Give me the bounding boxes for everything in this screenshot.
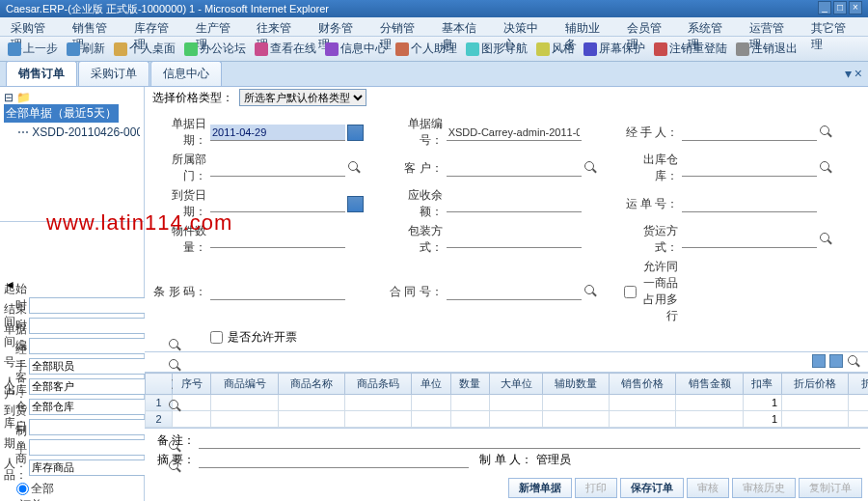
toolbar-button[interactable]: 个人助理	[392, 40, 461, 58]
toolbar-button[interactable]: 查看在线	[251, 40, 320, 58]
toolbar-button[interactable]: 办公论坛	[180, 40, 250, 58]
radio-all[interactable]	[16, 483, 29, 495]
status-radios: 全部订单： 未完成 已完成 待审核 终止 审核不通过订单	[4, 479, 140, 501]
footer-button[interactable]: 审核历史	[732, 478, 796, 498]
search-icon[interactable]	[819, 232, 834, 247]
grid-header[interactable]: 单位	[412, 374, 450, 395]
menu-item[interactable]: 财务管理	[312, 19, 371, 34]
multi-row-checkbox[interactable]	[624, 286, 637, 298]
tab-close-icon[interactable]: ×	[854, 66, 862, 81]
order-grid[interactable]: 序号商品编号商品名称商品条码单位数量大单位辅助数量销售价格销售金额扣率折后价格折…	[145, 372, 868, 428]
grid-header[interactable]: 大单位	[490, 374, 543, 395]
toolbar-icon	[8, 42, 21, 56]
tabstrip-controls: ▾ ×	[845, 66, 862, 81]
menu-item[interactable]: 运营管理	[743, 19, 802, 34]
footer-button[interactable]: 审核	[687, 478, 729, 498]
grid-header[interactable]: 商品编号	[211, 374, 278, 395]
toolbar-icon	[466, 42, 479, 56]
contract-input[interactable]	[447, 284, 582, 300]
toolbar-button[interactable]: 刷新	[63, 40, 109, 58]
tab-dropdown-icon[interactable]: ▾	[845, 66, 852, 81]
arrive-date-input[interactable]	[210, 196, 345, 212]
minimize-button[interactable]: _	[818, 1, 831, 14]
toolbar-button[interactable]: 注销重登陆	[650, 40, 731, 58]
tab[interactable]: 销售订单	[6, 61, 77, 86]
tab[interactable]: 信息中心	[150, 61, 222, 86]
search-icon[interactable]	[819, 160, 834, 176]
menu-item[interactable]: 基本信息	[435, 19, 495, 34]
remark-input[interactable]	[199, 432, 860, 449]
toolbar-icon	[736, 42, 749, 56]
toolbar-button[interactable]: 注销退出	[732, 40, 801, 58]
search-icon[interactable]	[819, 125, 834, 140]
tab[interactable]: 采购订单	[78, 61, 149, 86]
menu-item[interactable]: 库存管理	[127, 19, 187, 34]
footer-button[interactable]: 复制订单	[799, 478, 862, 498]
grid-header[interactable]: 销售金额	[676, 374, 743, 395]
grid-header[interactable]: 折后价格	[782, 374, 849, 395]
barcode-input[interactable]	[210, 284, 345, 300]
toolbar-button[interactable]: 信息中心	[321, 40, 391, 58]
menu-item[interactable]: 系统管理	[681, 19, 741, 34]
menu-item[interactable]: 会员管理	[620, 19, 680, 34]
menu-item[interactable]: 决策中心	[497, 19, 556, 34]
grid-header[interactable]: 扣率	[743, 374, 781, 395]
grid-header[interactable]: 辅助数量	[543, 374, 610, 395]
footer-buttons: 新增单据打印保存订单审核审核历史复制订单	[145, 475, 868, 501]
toolbar-button[interactable]: 个人桌面	[110, 40, 179, 58]
main-toolbar: 上一步刷新个人桌面办公论坛查看在线信息中心个人助理图形导航风格屏幕保护注销重登陆…	[0, 37, 868, 62]
summary-input[interactable]	[199, 452, 469, 468]
out-warehouse-input[interactable]	[682, 160, 817, 177]
grid-header[interactable]: 商品名称	[278, 374, 344, 395]
grid-header[interactable]: 折后金额	[849, 374, 868, 395]
qty-input[interactable]	[210, 232, 345, 248]
menu-item[interactable]: 其它管理	[804, 19, 864, 34]
tree-item[interactable]: ⋯ XSDD-20110426-0001 未完成	[4, 125, 140, 141]
toolbar-button[interactable]: 上一步	[4, 40, 62, 58]
close-button[interactable]: ×	[849, 1, 862, 14]
menu-item[interactable]: 往来管理	[250, 19, 310, 34]
calendar-icon[interactable]	[347, 125, 364, 141]
menu-item[interactable]: 生产管理	[189, 19, 249, 34]
invoice-checkbox[interactable]	[210, 331, 223, 344]
footer-button[interactable]: 打印	[575, 478, 617, 498]
bottom-form: 备 注： 摘 要： 制 单 人：管理员	[145, 428, 868, 475]
form-customer-input[interactable]	[447, 160, 582, 177]
table-row[interactable]: 1117	[146, 395, 869, 411]
doc-date-input[interactable]	[210, 125, 345, 141]
toolbar-button[interactable]: 图形导航	[462, 40, 531, 58]
table-row[interactable]: 2117	[146, 411, 869, 428]
dept-input[interactable]	[210, 160, 345, 177]
doc-number-input[interactable]	[447, 125, 582, 141]
paste-icon[interactable]	[829, 354, 843, 368]
balance-input[interactable]	[447, 196, 582, 212]
calendar-icon[interactable]	[347, 196, 364, 212]
window-title: Caesar.ERP-(企业版 正式版-1000000) 1 - Microso…	[6, 3, 329, 14]
search-icon[interactable]	[583, 160, 599, 176]
form-handler-input[interactable]	[682, 125, 817, 141]
toolbar-icon	[114, 42, 127, 56]
shipno-input[interactable]	[682, 196, 817, 212]
footer-button[interactable]: 新增单据	[508, 478, 572, 498]
footer-button[interactable]: 保存订单	[620, 478, 684, 498]
price-type-select[interactable]: 所选客户默认价格类型	[239, 89, 366, 106]
copy-icon[interactable]	[812, 354, 826, 368]
toolbar-button[interactable]: 风格	[532, 40, 579, 58]
grid-header[interactable]: 序号	[173, 374, 211, 395]
menu-item[interactable]: 辅助业务	[558, 19, 618, 34]
toolbar-icon	[325, 42, 339, 56]
toolbar-button[interactable]: 屏幕保护	[580, 40, 649, 58]
search-icon[interactable]	[347, 160, 363, 176]
maximize-button[interactable]: □	[833, 1, 847, 14]
shipway-input[interactable]	[682, 232, 817, 248]
tree-root[interactable]: 全部单据（最近5天）	[4, 104, 119, 123]
search-icon[interactable]	[583, 284, 599, 299]
grid-header[interactable]: 数量	[450, 374, 489, 395]
grid-header[interactable]: 商品条码	[344, 374, 411, 395]
search-icon[interactable]	[847, 354, 862, 370]
grid-header[interactable]: 销售价格	[610, 374, 676, 395]
menu-item[interactable]: 分销管理	[373, 19, 433, 34]
menu-item[interactable]: 采购管理	[4, 19, 64, 34]
pack-input[interactable]	[447, 232, 582, 248]
menu-item[interactable]: 销售管理	[66, 19, 125, 34]
